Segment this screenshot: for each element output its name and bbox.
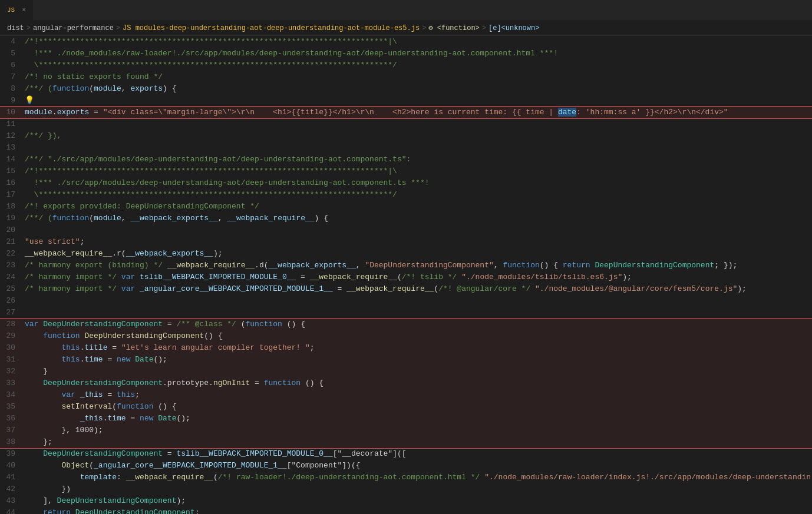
line-content: var DeepUnderstandingComponent = /** @cl… bbox=[25, 319, 812, 330]
line-number: 11 bbox=[0, 118, 25, 130]
breadcrumb-dist: dist bbox=[7, 24, 24, 32]
code-line-13: 13 bbox=[0, 142, 812, 154]
code-line-43: 43 ], DeepUnderstandingComponent); bbox=[0, 495, 812, 507]
line-number: 35 bbox=[0, 401, 25, 413]
js-file-icon: JS bbox=[7, 6, 15, 14]
line-number: 13 bbox=[0, 142, 25, 154]
line-content: \***************************************… bbox=[25, 59, 812, 71]
line-number: 5 bbox=[0, 48, 25, 59]
code-line-8: 8/**/ (function(module, exports) { bbox=[0, 83, 812, 95]
line-number: 20 bbox=[0, 224, 25, 236]
line-content: /**/ "./src/app/modules/deep-understandi… bbox=[25, 154, 812, 165]
active-tab[interactable]: JS × bbox=[0, 0, 34, 21]
line-number: 6 bbox=[0, 59, 25, 71]
line-number: 19 bbox=[0, 213, 25, 224]
line-content: /*!*************************************… bbox=[25, 165, 812, 177]
line-number: 9 bbox=[0, 95, 25, 107]
code-line-32: 32 } bbox=[0, 366, 812, 377]
breadcrumb-angular-performance: angular-performance bbox=[33, 24, 114, 32]
code-line-35: 35 setInterval(function () { bbox=[0, 401, 812, 413]
line-content: /**/ (function(module, exports) { bbox=[25, 83, 812, 95]
line-number: 24 bbox=[0, 271, 25, 283]
code-line-9: 9💡 bbox=[0, 95, 812, 107]
line-number: 31 bbox=[0, 354, 25, 366]
code-line-31: 31 this.time = new Date(); bbox=[0, 354, 812, 366]
line-content: /*!*************************************… bbox=[25, 36, 812, 48]
line-number: 38 bbox=[0, 436, 25, 448]
code-line-16: 16 !*** ./src/app/modules/deep-understan… bbox=[0, 177, 812, 189]
line-number: 43 bbox=[0, 495, 25, 507]
code-line-38: 38 }; bbox=[0, 436, 812, 448]
code-line-27: 27 bbox=[0, 307, 812, 319]
line-content: /**/ (function(module, __webpack_exports… bbox=[25, 213, 812, 224]
line-content: __webpack_require__.r(__webpack_exports_… bbox=[25, 248, 812, 260]
code-line-34: 34 var _this = this; bbox=[0, 389, 812, 401]
breadcrumb-file: JS modules-deep-understanding-aot-deep-u… bbox=[123, 24, 420, 32]
code-line-15: 15/*!***********************************… bbox=[0, 165, 812, 177]
code-line-39: 39 DeepUnderstandingComponent = tslib__W… bbox=[0, 448, 812, 460]
breadcrumb: dist > angular-performance > JS modules-… bbox=[0, 21, 812, 36]
line-number: 12 bbox=[0, 130, 25, 142]
line-content: } bbox=[25, 366, 812, 377]
tab-bar: JS × bbox=[0, 0, 812, 21]
line-number: 4 bbox=[0, 36, 25, 48]
line-number: 22 bbox=[0, 248, 25, 260]
line-content: /*! no static exports found */ bbox=[25, 71, 812, 83]
line-content: ], DeepUnderstandingComponent); bbox=[25, 495, 812, 507]
line-content: DeepUnderstandingComponent.prototype.ngO… bbox=[25, 377, 812, 389]
code-line-42: 42 }) bbox=[0, 483, 812, 495]
line-number: 42 bbox=[0, 483, 25, 495]
red-box-group: 28var DeepUnderstandingComponent = /** @… bbox=[0, 319, 812, 448]
code-line-22: 22__webpack_require__.r(__webpack_export… bbox=[0, 248, 812, 260]
line-number: 44 bbox=[0, 507, 25, 514]
code-line-29: 29 function DeepUnderstandingComponent()… bbox=[0, 330, 812, 342]
code-line-30: 30 this.title = "let's learn angular com… bbox=[0, 342, 812, 354]
line-number: 8 bbox=[0, 83, 25, 95]
code-line-17: 17 \************************************… bbox=[0, 189, 812, 201]
code-line-28: 28var DeepUnderstandingComponent = /** @… bbox=[0, 319, 812, 330]
code-line-33: 33 DeepUnderstandingComponent.prototype.… bbox=[0, 377, 812, 389]
code-container: 4/*!************************************… bbox=[0, 36, 812, 514]
line-content: /*! exports provided: DeepUnderstandingC… bbox=[25, 201, 812, 213]
line-content: /**/ }), bbox=[25, 130, 812, 142]
code-line-37: 37 }, 1000); bbox=[0, 425, 812, 436]
line-number: 14 bbox=[0, 154, 25, 165]
code-editor: 4/*!************************************… bbox=[0, 36, 812, 514]
line-content: }; bbox=[25, 436, 812, 448]
code-line-14: 14/**/ "./src/app/modules/deep-understan… bbox=[0, 154, 812, 165]
line-content: /* harmony import */ var _angular_core__… bbox=[25, 283, 812, 295]
line-content: function DeepUnderstandingComponent() { bbox=[25, 330, 812, 342]
code-line-12: 12/**/ }), bbox=[0, 130, 812, 142]
code-line-25: 25/* harmony import */ var _angular_core… bbox=[0, 283, 812, 295]
line-number: 33 bbox=[0, 377, 25, 389]
line-content: \***************************************… bbox=[25, 189, 812, 201]
code-line-44: 44 return DeepUnderstandingComponent; bbox=[0, 507, 812, 514]
code-line-36: 36 _this.time = new Date(); bbox=[0, 413, 812, 425]
code-line-4: 4/*!************************************… bbox=[0, 36, 812, 48]
line-number: 29 bbox=[0, 330, 25, 342]
line-content: this.time = new Date(); bbox=[25, 354, 812, 366]
line-number: 32 bbox=[0, 366, 25, 377]
line-number: 40 bbox=[0, 460, 25, 472]
line-number: 23 bbox=[0, 260, 25, 271]
line-number: 15 bbox=[0, 165, 25, 177]
line-number: 21 bbox=[0, 236, 25, 248]
code-line-7: 7/*! no static exports found */ bbox=[0, 71, 812, 83]
line-content: module.exports = "<div class=\"margin-la… bbox=[25, 107, 812, 118]
code-line-21: 21"use strict"; bbox=[0, 236, 812, 248]
line-number: 27 bbox=[0, 307, 25, 319]
line-number: 18 bbox=[0, 201, 25, 213]
code-line-20: 20 bbox=[0, 224, 812, 236]
line-content: !*** ./src/app/modules/deep-understandin… bbox=[25, 177, 812, 189]
line-content: this.title = "let's learn angular compil… bbox=[25, 342, 812, 354]
line-content: Object(_angular_core__WEBPACK_IMPORTED_M… bbox=[25, 460, 812, 472]
line-content: }, 1000); bbox=[25, 425, 812, 436]
line-number: 41 bbox=[0, 472, 25, 483]
line-content: }) bbox=[25, 483, 812, 495]
line-number: 36 bbox=[0, 413, 25, 425]
tab-close-button[interactable]: × bbox=[22, 6, 26, 14]
breadcrumb-function: ⚙ <function> bbox=[428, 24, 479, 32]
line-number: 16 bbox=[0, 177, 25, 189]
code-line-40: 40 Object(_angular_core__WEBPACK_IMPORTE… bbox=[0, 460, 812, 472]
line-content: return DeepUnderstandingComponent; bbox=[25, 507, 812, 514]
